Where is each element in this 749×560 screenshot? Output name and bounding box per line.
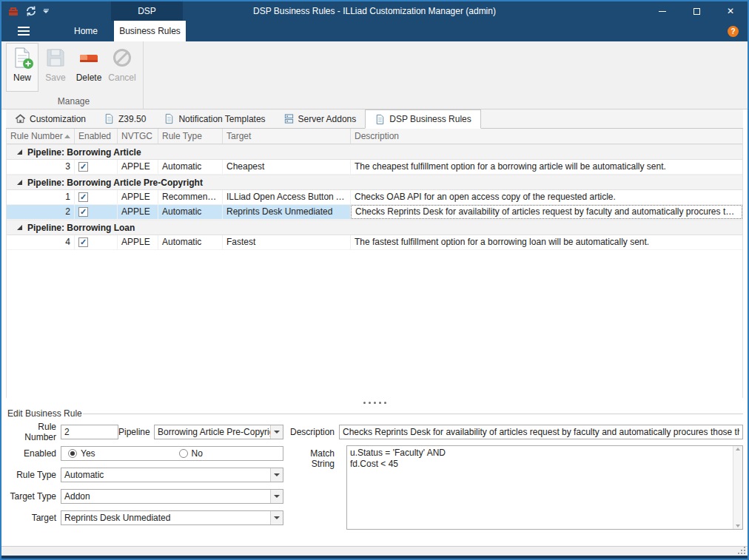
- hamburger-icon: [18, 27, 30, 28]
- help-button[interactable]: ?: [728, 26, 739, 37]
- cancel-button[interactable]: Cancel: [106, 43, 138, 92]
- group-label: Pipeline: Borrowing Article: [27, 147, 141, 158]
- group-expanded-icon[interactable]: [17, 180, 22, 185]
- rule-type-label: Rule Type: [6, 470, 61, 480]
- tab-customization[interactable]: Customization: [6, 109, 95, 128]
- rule-number-cell[interactable]: 2: [7, 205, 75, 219]
- save-button[interactable]: Save: [39, 43, 72, 92]
- minimize-button[interactable]: [645, 1, 679, 21]
- rule-number-cell[interactable]: 1: [7, 190, 75, 204]
- tab-server-addons[interactable]: Server Addons: [275, 109, 366, 128]
- tab-home[interactable]: Home: [62, 21, 110, 41]
- enabled-checkbox[interactable]: ✓: [78, 192, 88, 202]
- house-icon: [15, 113, 26, 124]
- match-string-scrollbar[interactable]: [733, 446, 742, 529]
- description-label: Description: [290, 427, 339, 437]
- tab-business-rules[interactable]: Business Rules: [114, 21, 186, 41]
- column-header-rule-number[interactable]: Rule Number: [7, 129, 75, 144]
- new-button[interactable]: New: [6, 43, 38, 92]
- ribbon-tab-row: Home Business Rules ?: [1, 21, 748, 41]
- delete-icon: [77, 46, 101, 70]
- resize-grip-icon[interactable]: [737, 546, 746, 555]
- app-icon[interactable]: [7, 5, 19, 17]
- ribbon-buttons: New Save Delete: [6, 43, 141, 95]
- server-icon: [283, 113, 295, 124]
- target-dropdown-button[interactable]: [270, 511, 283, 524]
- target-cell[interactable]: Fastest: [223, 235, 351, 249]
- rule-number-input[interactable]: [61, 425, 118, 439]
- pipeline-combobox[interactable]: Borrowing Article Pre-Copyright: [154, 425, 283, 439]
- window-bottom-edge: [1, 556, 748, 559]
- column-header-target[interactable]: Target: [223, 129, 351, 144]
- rule-number-cell[interactable]: 3: [7, 160, 75, 174]
- group-expanded-icon[interactable]: [17, 225, 22, 230]
- status-bar: [1, 546, 748, 556]
- enabled-cell[interactable]: ✓: [75, 205, 118, 219]
- minimize-icon: [659, 11, 666, 12]
- rule-row[interactable]: 1✓APPLERecommendedILLiad Open Access But…: [7, 190, 742, 205]
- maximize-button[interactable]: [679, 1, 713, 21]
- tab-dsp-business-rules[interactable]: DSP Business Rules: [365, 109, 481, 129]
- document-tabs: Customization Z39.50 Notification Templa…: [6, 109, 743, 129]
- tab-notification-templates[interactable]: Notification Templates: [155, 109, 274, 128]
- rule-row[interactable]: 4✓APPLEAutomaticFastestThe fastest fulfi…: [7, 235, 742, 250]
- rule-type-combobox[interactable]: Automatic: [61, 468, 283, 482]
- edit-business-rule-panel: Edit Business Rule Rule Number Pipeline …: [6, 407, 743, 546]
- nvtgc-cell[interactable]: APPLE: [118, 235, 158, 249]
- chevron-down-icon: [274, 516, 280, 519]
- column-header-enabled[interactable]: Enabled: [75, 129, 118, 144]
- rule-type-cell[interactable]: Automatic: [158, 160, 223, 174]
- window-title: DSP Business Rules - ILLiad Customizatio…: [253, 6, 496, 16]
- rule-row[interactable]: 3✓APPLEAutomaticCheapestThe cheapest ful…: [7, 160, 742, 175]
- column-header-description[interactable]: Description: [351, 129, 742, 144]
- description-cell[interactable]: Checks OAB API for an open access copy o…: [351, 190, 742, 204]
- enabled-checkbox[interactable]: ✓: [78, 237, 88, 247]
- description-cell[interactable]: The fastest fulfillment option for a bor…: [351, 235, 742, 249]
- enabled-label: Enabled: [6, 448, 61, 459]
- close-button[interactable]: ✕: [713, 1, 748, 21]
- target-combobox[interactable]: Reprints Desk Unmediated: [61, 510, 283, 525]
- description-cell[interactable]: Checks Reprints Desk for availability of…: [351, 205, 742, 219]
- nvtgc-cell[interactable]: APPLE: [118, 205, 158, 219]
- enabled-cell[interactable]: ✓: [75, 190, 118, 204]
- chevron-down-icon: [274, 495, 280, 498]
- splitter-handle[interactable]: [6, 398, 743, 407]
- rule-type-cell[interactable]: Automatic: [158, 205, 223, 219]
- sync-icon[interactable]: [25, 5, 37, 17]
- enabled-checkbox[interactable]: ✓: [78, 162, 88, 172]
- menu-button[interactable]: [7, 21, 40, 41]
- target-type-dropdown-button[interactable]: [270, 490, 283, 503]
- enabled-cell[interactable]: ✓: [75, 235, 118, 249]
- rule-type-dropdown-button[interactable]: [270, 468, 283, 482]
- nvtgc-cell[interactable]: APPLE: [118, 190, 158, 204]
- pipeline-group-row[interactable]: Pipeline: Borrowing Article: [7, 144, 742, 160]
- enabled-yes-radio[interactable]: Yes: [61, 448, 172, 459]
- target-type-combobox[interactable]: Addon: [61, 489, 283, 504]
- description-input[interactable]: [339, 425, 743, 439]
- qat-customize-dropdown-icon[interactable]: [43, 9, 49, 13]
- target-label: Target: [6, 513, 61, 523]
- pipeline-dropdown-button[interactable]: [270, 425, 283, 439]
- rule-number-cell[interactable]: 4: [7, 235, 75, 249]
- target-cell[interactable]: ILLiad Open Access Button Addon: [223, 190, 351, 204]
- description-cell[interactable]: The cheapest fulfillment option for a bo…: [351, 160, 742, 174]
- pipeline-group-row[interactable]: Pipeline: Borrowing Article Pre-Copyrigh…: [7, 175, 742, 190]
- rule-type-cell[interactable]: Recommended: [158, 190, 223, 204]
- target-cell[interactable]: Reprints Desk Unmediated: [223, 205, 351, 219]
- ribbon-group-caption: Manage: [6, 95, 141, 109]
- enabled-checkbox[interactable]: ✓: [78, 207, 88, 217]
- column-header-nvtgc[interactable]: NVTGC: [118, 129, 158, 144]
- match-string-textarea[interactable]: u.Status = 'Faculty' AND fd.Cost < 45: [347, 446, 733, 529]
- tab-z3950[interactable]: Z39.50: [95, 109, 155, 128]
- pipeline-group-row[interactable]: Pipeline: Borrowing Loan: [7, 220, 742, 235]
- group-expanded-icon[interactable]: [17, 149, 22, 155]
- column-header-rule-type[interactable]: Rule Type: [158, 129, 223, 144]
- ribbon-category-dsp[interactable]: DSP: [111, 1, 183, 21]
- enabled-no-radio[interactable]: No: [172, 448, 283, 459]
- rule-type-cell[interactable]: Automatic: [158, 235, 223, 249]
- enabled-cell[interactable]: ✓: [75, 160, 118, 174]
- delete-button[interactable]: Delete: [73, 43, 105, 92]
- target-cell[interactable]: Cheapest: [223, 160, 351, 174]
- rule-row[interactable]: 2✓APPLEAutomaticReprints Desk Unmediated…: [7, 205, 742, 220]
- nvtgc-cell[interactable]: APPLE: [118, 160, 158, 174]
